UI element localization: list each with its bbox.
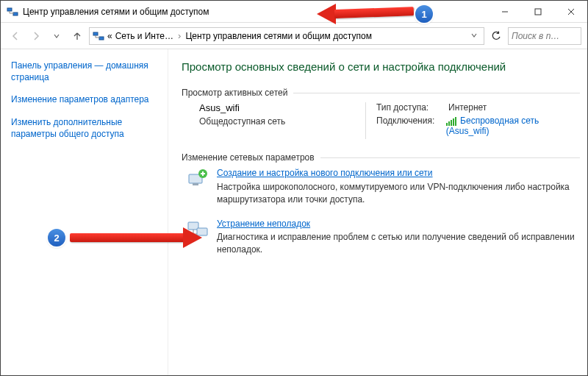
svg-rect-14 [193,183,198,185]
access-type-value: Интернет [448,102,487,113]
address-bar[interactable]: « Сеть и Инте… Центр управления сетями и… [89,27,484,45]
section-legend: Изменение сетевых параметров [182,152,315,163]
network-center-icon [7,6,18,18]
setup-new-connection-link[interactable]: Создание и настройка нового подключения … [217,168,433,178]
window-frame: Центр управления сетями и общим доступом… [0,0,588,376]
add-connection-icon [186,167,209,191]
section-active-networks: Просмотр активных сетей Asus_wifi Общедо… [182,88,580,139]
titlebar: Центр управления сетями и общим доступом [1,1,587,23]
annotation-badge-1: 1 [415,5,433,23]
troubleshoot-item[interactable]: Устранение неполадок Диагностика и испра… [182,218,580,256]
page-heading: Просмотр основных сведений о сети и наст… [182,60,580,74]
refresh-button[interactable] [487,27,505,45]
setup-new-connection-item[interactable]: Создание и настройка нового подключения … [182,167,580,205]
sidebar-link-home[interactable]: Панель управления — домашняя страница [11,60,157,83]
connections-label: Подключения: [376,116,446,136]
svg-rect-10 [451,120,452,126]
maximize-button[interactable] [521,1,554,23]
search-input[interactable]: Поиск в п… [508,27,581,45]
section-legend: Просмотр активных сетей [182,88,287,98]
connection-link[interactable]: Беспроводная сеть (Asus_wifi) [446,116,539,136]
nav-recent-dropdown[interactable] [48,27,65,45]
sidebar-link-adapter-settings[interactable]: Изменение параметров адаптера [11,93,157,105]
network-name: Asus_wifi [199,102,351,113]
breadcrumb-part[interactable]: Центр управления сетями и общим доступом [185,31,372,41]
toolbar: « Сеть и Инте… Центр управления сетями и… [1,23,587,49]
window-controls [488,1,587,22]
search-placeholder: Поиск в п… [512,31,559,41]
svg-rect-11 [453,118,454,126]
svg-rect-12 [455,117,456,126]
sidebar: Панель управления — домашняя страница Из… [1,49,168,375]
address-dropdown[interactable] [467,31,481,41]
annotation-badge-2: 2 [48,229,65,246]
minimize-button[interactable] [488,1,521,23]
access-type-label: Тип доступа: [376,102,448,113]
breadcrumb-prefix: « [107,31,112,41]
setup-new-connection-desc: Настройка широкополосного, коммутируемог… [217,181,580,206]
wifi-signal-icon [446,117,456,126]
network-center-icon [93,30,104,42]
svg-rect-3 [535,9,541,15]
network-type: Общедоступная сеть [199,116,351,127]
troubleshoot-desc: Диагностика и исправление проблем с сеть… [217,231,580,256]
network-details: Тип доступа: Интернет Подключения: Беспр… [365,102,580,139]
nav-up-button[interactable] [68,27,86,45]
section-change-settings: Изменение сетевых параметров Создание и … [182,152,580,256]
svg-rect-6 [93,32,98,35]
sidebar-link-advanced-sharing[interactable]: Изменить дополнительные параметры общего… [11,116,157,140]
close-button[interactable] [554,1,587,23]
svg-rect-9 [448,121,450,126]
active-network-row: Asus_wifi Общедоступная сеть Тип доступа… [182,102,580,139]
nav-back-button[interactable] [7,27,24,45]
network-identity: Asus_wifi Общедоступная сеть [182,102,351,139]
main-panel: Просмотр основных сведений о сети и наст… [168,49,587,375]
breadcrumb-part[interactable]: Сеть и Инте… [115,31,173,41]
content-body: Панель управления — домашняя страница Из… [1,49,587,375]
svg-rect-0 [7,8,12,11]
chevron-right-icon[interactable] [176,30,182,41]
nav-forward-button[interactable] [27,27,45,45]
troubleshoot-link[interactable]: Устранение неполадок [217,219,310,229]
